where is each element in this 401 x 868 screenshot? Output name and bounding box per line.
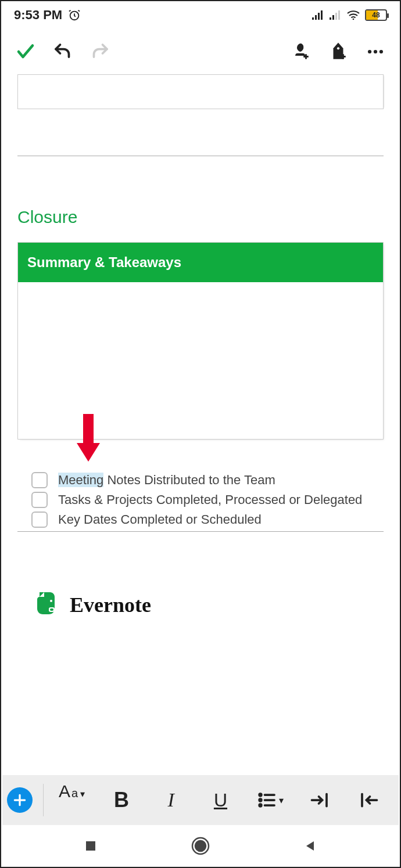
checklist-label[interactable]: Tasks & Projects Completed, Processed or… [58, 492, 362, 507]
brand: Evernote [33, 590, 384, 620]
indent-button[interactable] [295, 781, 344, 819]
divider [17, 531, 384, 532]
format-toolbar: Aa▾ B I U ▾ [2, 775, 399, 825]
svg-point-4 [374, 50, 377, 53]
svg-rect-7 [50, 608, 53, 611]
summary-header[interactable]: Summary & Takeaways [18, 243, 383, 282]
checkbox[interactable] [31, 512, 48, 528]
checklist-label[interactable]: Key Dates Completed or Scheduled [58, 512, 262, 527]
status-bar: 9:53 PM 48 [1, 1, 400, 29]
summary-body[interactable] [18, 282, 383, 439]
signal-2-icon [329, 10, 342, 20]
summary-table[interactable]: Summary & Takeaways [17, 242, 384, 440]
android-nav-bar [2, 825, 399, 867]
status-right: 48 [312, 9, 387, 21]
bold-button[interactable]: B [96, 781, 146, 819]
alarm-icon [68, 9, 81, 21]
svg-point-8 [50, 600, 52, 602]
evernote-logo-icon [33, 590, 60, 620]
checklist-item-2[interactable]: Tasks & Projects Completed, Processed or… [31, 492, 384, 508]
svg-point-11 [259, 804, 262, 806]
svg-point-10 [259, 799, 262, 801]
more-button[interactable] [357, 33, 394, 70]
tag-button[interactable] [320, 33, 357, 70]
list-button[interactable]: ▾ [245, 781, 295, 819]
svg-point-9 [259, 794, 262, 796]
outdent-button[interactable] [345, 781, 394, 819]
battery-icon: 48 [365, 9, 387, 21]
checklist-item-3[interactable]: Key Dates Completed or Scheduled [31, 512, 384, 528]
checklist-item-1[interactable]: Meeting Notes Distributed to the Team [31, 472, 384, 488]
share-button[interactable] [282, 33, 320, 70]
checkbox[interactable] [31, 492, 48, 508]
section-title[interactable]: Closure [17, 207, 384, 227]
brand-name: Evernote [70, 593, 151, 617]
done-button[interactable] [7, 33, 44, 70]
underline-button[interactable]: U [196, 781, 245, 819]
svg-point-1 [353, 19, 355, 20]
svg-rect-12 [86, 841, 95, 851]
note-content[interactable]: Closure Summary & Takeaways Meeting Note… [1, 74, 400, 775]
app-toolbar [1, 29, 400, 74]
home-button[interactable] [191, 836, 210, 856]
back-button[interactable] [303, 839, 317, 853]
svg-point-2 [337, 47, 339, 49]
signal-1-icon [312, 10, 324, 20]
text-style-button[interactable]: Aa▾ [47, 781, 96, 819]
divider [17, 156, 384, 156]
redo-button[interactable] [81, 33, 119, 70]
status-time: 9:53 PM [14, 8, 62, 23]
separator [43, 784, 44, 816]
status-left: 9:53 PM [14, 8, 81, 23]
add-button[interactable] [7, 787, 33, 813]
svg-point-5 [379, 50, 383, 53]
checklist-label[interactable]: Meeting Notes Distributed to the Team [58, 473, 275, 488]
recent-apps-button[interactable] [84, 839, 98, 853]
indicator-arrow-icon [74, 414, 102, 469]
undo-button[interactable] [44, 33, 81, 70]
svg-point-14 [195, 841, 206, 851]
wifi-icon [346, 10, 360, 20]
svg-point-3 [368, 50, 371, 53]
italic-button[interactable]: I [146, 781, 196, 819]
battery-level: 48 [366, 11, 386, 19]
checklist[interactable]: Meeting Notes Distributed to the Team Ta… [31, 472, 384, 528]
empty-block[interactable] [17, 74, 384, 109]
checkbox[interactable] [31, 472, 48, 488]
